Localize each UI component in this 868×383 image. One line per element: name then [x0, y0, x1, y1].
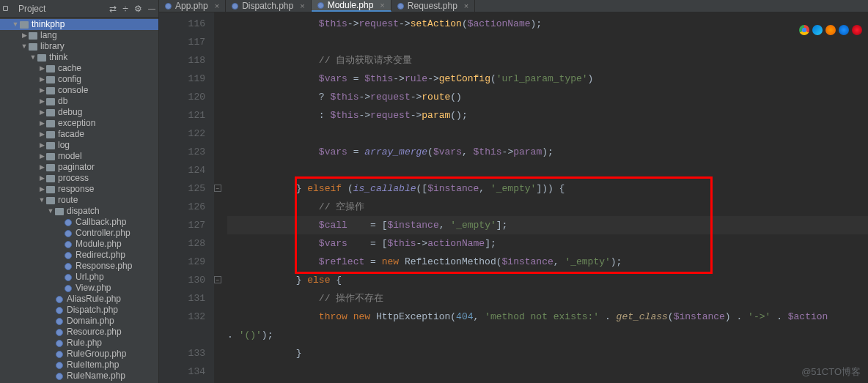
code-line[interactable]: $this->request->setAction($actionName); [227, 15, 868, 33]
line-number[interactable]: 127 [163, 216, 205, 234]
tree-node-dispatch-php[interactable]: Dispatch.php [0, 305, 158, 316]
line-number[interactable]: 117 [163, 33, 205, 51]
expand-twisty[interactable]: ▶ [38, 96, 45, 107]
tree-node-log[interactable]: ▶log [0, 140, 158, 151]
tree-node-resource-php[interactable]: Resource.php [0, 327, 158, 338]
line-number[interactable]: 130 [163, 271, 205, 289]
tree-node-paginator[interactable]: ▶paginator [0, 162, 158, 173]
expand-twisty[interactable]: ▼ [47, 206, 54, 217]
code-line[interactable] [227, 161, 868, 179]
line-number[interactable]: 125 [163, 179, 205, 198]
expand-twisty[interactable]: ▶ [38, 140, 45, 151]
tree-node-dispatch[interactable]: ▼dispatch [0, 206, 158, 217]
collapse-all-icon[interactable]: ÷ [122, 3, 128, 15]
code-line[interactable]: } else { [227, 271, 868, 289]
chrome-icon[interactable] [799, 25, 809, 35]
tree-node-response-php[interactable]: Response.php [0, 261, 158, 272]
tab-close-icon[interactable]: × [300, 1, 304, 10]
expand-twisty[interactable]: ▶ [38, 151, 45, 162]
code-line[interactable]: } elseif (is_callable([$instance, '_empt… [227, 179, 868, 198]
line-number[interactable]: 131 [163, 289, 205, 308]
tree-node-db[interactable]: ▶db [0, 96, 158, 107]
tab-dispatch-php[interactable]: Dispatch.php× [226, 0, 311, 12]
tree-node-redirect-php[interactable]: Redirect.php [0, 250, 158, 261]
code-line[interactable]: $vars = $this->rule->getConfig('url_para… [227, 70, 868, 88]
tree-node-config[interactable]: ▶config [0, 74, 158, 85]
tree-node-rule-php[interactable]: Rule.php [0, 338, 158, 349]
tree-node-facade[interactable]: ▶facade [0, 129, 158, 140]
code-line[interactable]: $call = [$instance, '_empty']; [227, 216, 868, 234]
browser-launchers[interactable] [799, 25, 862, 35]
line-number[interactable]: 118 [163, 51, 205, 70]
tree-node-url-php[interactable]: Url.php [0, 272, 158, 283]
line-number[interactable]: 122 [163, 124, 205, 143]
tree-node-process[interactable]: ▶process [0, 173, 158, 184]
tree-node-ruleitem-php[interactable]: RuleItem.php [0, 360, 158, 371]
expand-twisty[interactable]: ▼ [12, 19, 19, 30]
tree-node-lang[interactable]: ▶lang [0, 30, 158, 41]
view-options-icon[interactable]: ⚙ [134, 4, 142, 14]
code-line[interactable]: // 操作不存在 [227, 289, 868, 308]
tab-request-php[interactable]: Request.php× [391, 0, 476, 12]
hide-panel-icon[interactable]: — [148, 4, 155, 12]
line-number[interactable]: 132 [163, 308, 205, 326]
project-tool-icon[interactable] [3, 6, 8, 11]
code-line[interactable]: throw new HttpException(404, 'method not… [227, 308, 868, 326]
expand-twisty[interactable]: ▶ [38, 129, 45, 140]
opera-icon[interactable] [852, 25, 862, 35]
expand-twisty[interactable]: ▶ [38, 118, 45, 129]
expand-twisty[interactable]: ▼ [38, 195, 45, 206]
code-line[interactable]: } [227, 344, 868, 362]
scroll-to-source-icon[interactable]: ⇄ [109, 4, 117, 14]
line-number[interactable]: 120 [163, 88, 205, 106]
tree-node-rulename-php[interactable]: RuleName.php [0, 371, 158, 382]
expand-twisty[interactable]: ▶ [38, 74, 45, 85]
tab-app-php[interactable]: App.php× [159, 0, 226, 12]
line-number[interactable]: 121 [163, 106, 205, 124]
line-number[interactable]: 116 [163, 15, 205, 33]
tab-module-php[interactable]: Module.php× [312, 0, 391, 12]
tree-node-response[interactable]: ▶response [0, 184, 158, 195]
tree-node-controller-php[interactable]: Controller.php [0, 228, 158, 239]
code-line[interactable]: // 自动获取请求变量 [227, 51, 868, 70]
code-line[interactable]: $reflect = new ReflectionMethod($instanc… [227, 253, 868, 271]
tree-node-domain-php[interactable]: Domain.php [0, 316, 158, 327]
tree-node-module-php[interactable]: Module.php [0, 239, 158, 250]
code-line[interactable]: ? $this->request->route() [227, 88, 868, 106]
tab-close-icon[interactable]: × [380, 1, 384, 10]
code-line[interactable]: : $this->request->param(); [227, 106, 868, 124]
tree-node-debug[interactable]: ▶debug [0, 107, 158, 118]
line-number[interactable]: 133 [163, 344, 205, 362]
line-number[interactable]: 126 [163, 198, 205, 216]
code-line[interactable]: // 空操作 [227, 198, 868, 216]
code-line[interactable]: . '()'); [227, 326, 868, 344]
tree-node-model[interactable]: ▶model [0, 151, 158, 162]
expand-twisty[interactable]: ▼ [29, 52, 37, 63]
code-line[interactable] [227, 33, 868, 51]
code-area[interactable]: −− 1161171181191201211221231241251261271… [159, 12, 868, 383]
tab-close-icon[interactable]: × [215, 1, 219, 10]
code-line[interactable]: $vars = [$this->actionName]; [227, 234, 868, 253]
line-number[interactable]: 134 [163, 362, 205, 381]
edge-icon[interactable] [812, 25, 823, 35]
tree-node-view-php[interactable]: View.php [0, 283, 158, 294]
code-line[interactable]: $vars = array_merge($vars, $this->param)… [227, 143, 868, 161]
tree-node-console[interactable]: ▶console [0, 85, 158, 96]
tree-node-route[interactable]: ▼route [0, 195, 158, 206]
expand-twisty[interactable]: ▶ [21, 30, 28, 41]
line-number[interactable]: 129 [163, 253, 205, 271]
tab-close-icon[interactable]: × [464, 1, 468, 10]
line-number[interactable]: 119 [163, 70, 205, 88]
line-number[interactable]: 123 [163, 143, 205, 161]
expand-twisty[interactable]: ▶ [38, 173, 45, 184]
project-tree[interactable]: ▼thinkphp▶lang▼library▼think▶cache▶confi… [0, 18, 158, 383]
tree-node-cache[interactable]: ▶cache [0, 63, 158, 74]
expand-twisty[interactable]: ▶ [38, 184, 45, 195]
tree-node-thinkphp[interactable]: ▼thinkphp [0, 19, 158, 30]
line-number[interactable]: 124 [163, 161, 205, 179]
expand-twisty[interactable]: ▼ [21, 41, 28, 52]
tree-node-rulegroup-php[interactable]: RuleGroup.php [0, 349, 158, 360]
code-line[interactable] [227, 362, 868, 381]
firefox-icon[interactable] [825, 25, 836, 35]
tree-node-library[interactable]: ▼library [0, 41, 158, 52]
